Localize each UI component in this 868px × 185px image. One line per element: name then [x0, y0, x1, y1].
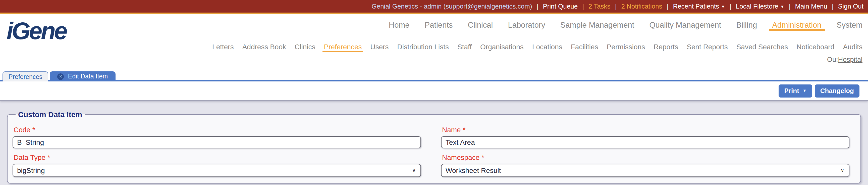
separator: |	[730, 2, 732, 10]
main-nav-administration[interactable]: Administration	[772, 21, 821, 30]
separator: |	[537, 2, 538, 10]
topbar-print-queue[interactable]: Print Queue	[543, 2, 578, 10]
sub-nav-preferences[interactable]: Preferences	[324, 43, 362, 51]
data-type-field-group: Data Type * bigString ∨	[12, 153, 421, 177]
main-nav-laboratory[interactable]: Laboratory	[508, 21, 545, 30]
main-nav-clinical[interactable]: Clinical	[468, 21, 493, 30]
topbar: Genial Genetics - admin (support@genialg…	[0, 0, 868, 14]
topbar-sign-out[interactable]: Sign Out	[838, 2, 864, 10]
separator: |	[667, 2, 669, 10]
sub-nav-permissions[interactable]: Permissions	[607, 43, 645, 51]
header: iGene Home Patients Clinical Laboratory …	[0, 14, 868, 68]
sub-nav-sent-reports[interactable]: Sent Reports	[687, 43, 727, 51]
name-field-group: Name *	[441, 126, 849, 148]
chevron-down-icon: ∨	[412, 167, 416, 174]
sub-nav-audits[interactable]: Audits	[843, 43, 863, 51]
namespace-label: Namespace *	[442, 153, 849, 161]
ou-label: Ou:	[827, 56, 838, 63]
data-type-label: Data Type *	[13, 153, 421, 161]
caret-down-icon: ▼	[803, 89, 807, 93]
sub-nav-clinics[interactable]: Clinics	[294, 43, 315, 51]
code-label: Code *	[13, 126, 421, 134]
custom-data-item-panel: Custom Data Item Code * Name * Data Type…	[7, 110, 861, 184]
data-type-select[interactable]: bigString ∨	[12, 164, 421, 177]
sub-nav-staff[interactable]: Staff	[457, 43, 472, 51]
topbar-notifications-badge[interactable]: 2 Notifications	[621, 2, 662, 10]
igene-logo[interactable]: iGene	[6, 17, 66, 45]
topbar-tasks-badge[interactable]: 2 Tasks	[588, 2, 611, 10]
main-nav-patients[interactable]: Patients	[425, 21, 453, 30]
sub-nav-organisations[interactable]: Organisations	[480, 43, 524, 51]
sub-nav-facilities[interactable]: Facilities	[571, 43, 598, 51]
sub-nav-letters[interactable]: Letters	[212, 43, 234, 51]
namespace-select[interactable]: Worksheet Result ∨	[441, 164, 849, 177]
changelog-button[interactable]: Changelog	[815, 84, 860, 97]
organisational-unit: Ou:Hospital	[827, 56, 863, 63]
sub-nav-locations[interactable]: Locations	[532, 43, 562, 51]
sub-nav-address-book[interactable]: Address Book	[242, 43, 286, 51]
separator: |	[615, 2, 617, 10]
sub-nav-distribution-lists[interactable]: Distribution Lists	[397, 43, 449, 51]
topbar-local-filestore-menu[interactable]: Local Filestore▼	[736, 2, 784, 10]
separator: |	[789, 2, 790, 10]
main-nav: Home Patients Clinical Laboratory Sample…	[389, 21, 863, 30]
code-field-group: Code *	[12, 126, 421, 148]
caret-down-icon: ▼	[721, 4, 725, 9]
topbar-recent-patients-menu[interactable]: Recent Patients▼	[673, 2, 725, 10]
account-info: Genial Genetics - admin (support@genialg…	[371, 2, 532, 10]
toolbar: Print ▼ Changelog	[0, 82, 868, 101]
sub-nav-users[interactable]: Users	[370, 43, 389, 51]
sub-nav-saved-searches[interactable]: Saved Searches	[736, 43, 788, 51]
tab-strip: Preferences ✕ Edit Data Item	[0, 68, 868, 82]
main-nav-quality-management[interactable]: Quality Management	[649, 21, 721, 30]
sub-nav-noticeboard[interactable]: Noticeboard	[797, 43, 834, 51]
main-nav-home[interactable]: Home	[389, 21, 410, 30]
main-nav-billing[interactable]: Billing	[736, 21, 757, 30]
app-window: Genial Genetics - admin (support@genialg…	[0, 0, 868, 185]
page-content: Custom Data Item Code * Name * Data Type…	[0, 101, 868, 185]
ou-hospital-link[interactable]: Hospital	[838, 56, 863, 63]
name-label: Name *	[442, 126, 849, 134]
separator: |	[582, 2, 584, 10]
sub-nav: Letters Address Book Clinics Preferences…	[212, 43, 863, 51]
panel-title: Custom Data Item	[16, 110, 85, 119]
tab-preferences[interactable]: Preferences	[2, 71, 49, 82]
topbar-main-menu[interactable]: Main Menu	[795, 2, 827, 10]
tab-edit-data-item[interactable]: ✕ Edit Data Item	[50, 71, 115, 82]
name-input[interactable]	[441, 136, 849, 148]
separator: |	[832, 2, 834, 10]
caret-down-icon: ▼	[780, 4, 784, 9]
chevron-down-icon: ∨	[840, 167, 844, 174]
form-grid: Code * Name * Data Type * bigString ∨ Na…	[12, 126, 849, 177]
code-input[interactable]	[12, 136, 421, 148]
namespace-field-group: Namespace * Worksheet Result ∨	[441, 153, 849, 177]
sub-nav-reports[interactable]: Reports	[653, 43, 678, 51]
print-button[interactable]: Print ▼	[779, 84, 812, 97]
main-nav-sample-management[interactable]: Sample Management	[560, 21, 634, 30]
close-tab-icon[interactable]: ✕	[58, 73, 64, 80]
main-nav-system[interactable]: System	[837, 21, 863, 30]
